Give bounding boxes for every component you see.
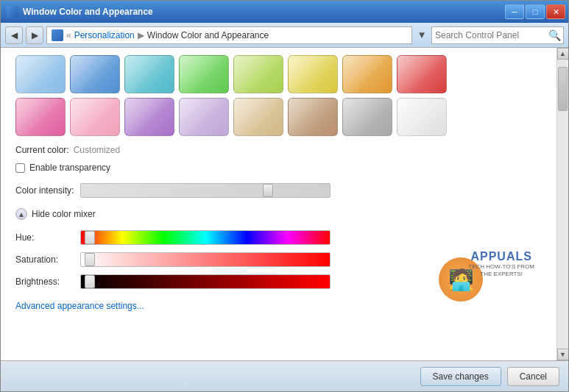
current-color-label: Current color: [15,145,69,155]
address-bar: ◀ ▶ « Personalization ▶ Window Color and… [1,23,568,48]
swatch-orange[interactable] [342,55,392,93]
brightness-slider-thumb[interactable] [85,275,95,288]
saturation-slider-track[interactable] [80,252,331,267]
color-swatch-grid [15,55,542,136]
swatch-teal[interactable] [124,55,174,93]
title-bar-controls: ─ □ ✕ [505,4,565,19]
transparency-row: Enable transparency [15,163,542,173]
transparency-checkbox[interactable] [15,163,25,173]
advanced-link[interactable]: Advanced appearance settings... [15,301,144,311]
swatch-pink[interactable] [15,98,66,136]
swatch-light-lavender[interactable] [179,98,229,136]
back-button[interactable]: ◀ [5,26,23,44]
swatch-gray[interactable] [342,98,392,136]
title-bar-left: Window Color and Appearance [7,6,153,18]
search-bar: 🔍 [431,26,564,44]
bottom-bar: Save changes Cancel [1,360,568,391]
swatch-red[interactable] [397,55,447,93]
main-window: Window Color and Appearance ─ □ ✕ ◀ ▶ « … [0,0,569,392]
breadcrumb-current: Window Color and Appearance [147,30,269,40]
title-bar: Window Color and Appearance ─ □ ✕ [1,1,568,23]
breadcrumb-icon [52,29,63,41]
scrollbar-up-button[interactable]: ▲ [557,48,569,60]
swatch-yellow-green[interactable] [233,55,283,93]
swatch-tan[interactable] [288,98,338,136]
breadcrumb-parent[interactable]: Personalization [74,30,135,40]
hue-slider-track[interactable] [80,230,331,245]
search-input[interactable] [435,30,545,40]
brightness-label: Brightness: [15,277,74,287]
appuals-tagline: TECH HOW-TO'S FROMTHE EXPERTS! [468,263,534,279]
swatch-sky-blue[interactable] [15,55,66,93]
current-color-value: Customized [74,145,120,155]
brightness-slider-track[interactable] [80,274,331,289]
scrollbar: ▲ ▼ [556,48,568,360]
swatch-white[interactable] [397,98,447,136]
saturation-slider-thumb[interactable] [85,253,95,266]
breadcrumb-arrow: ▶ [138,30,144,40]
minimize-button[interactable]: ─ [505,4,524,19]
swatch-beige[interactable] [233,98,283,136]
scrollbar-thumb[interactable] [558,67,568,111]
swatch-yellow[interactable] [288,55,338,93]
swatch-light-pink[interactable] [70,98,120,136]
hue-slider-thumb[interactable] [85,231,95,244]
cancel-button[interactable]: Cancel [507,367,559,386]
main-panel: Current color: Customized Enable transpa… [1,48,556,360]
search-icon[interactable]: 🔍 [548,29,561,41]
scrollbar-down-button[interactable]: ▼ [557,349,569,360]
title-bar-title: Window Color and Appearance [23,7,153,17]
window-icon [7,6,18,18]
scrollbar-thumb-area [557,60,568,349]
intensity-slider-row: Color intensity: [15,183,542,198]
swatch-lavender[interactable] [124,98,174,136]
maximize-button[interactable]: □ [526,4,545,19]
intensity-label: Color intensity: [15,185,74,196]
appuals-text-block: APPUALS TECH HOW-TO'S FROMTHE EXPERTS! [468,250,534,279]
forward-button[interactable]: ▶ [26,26,43,44]
swatch-blue[interactable] [70,55,120,93]
breadcrumb-separator: « [66,30,71,40]
appuals-brand-name: APPUALS [468,250,534,263]
saturation-label: Saturation: [15,254,74,265]
hue-slider-row: Hue: [15,230,542,245]
intensity-slider-track[interactable] [80,183,331,198]
appuals-watermark: 🧑‍💻 APPUALS TECH HOW-TO'S FROMTHE EXPERT… [439,250,534,309]
current-color-row: Current color: Customized [15,145,542,155]
content-area: Current color: Customized Enable transpa… [1,48,568,360]
save-button[interactable]: Save changes [420,367,501,386]
mixer-toggle-label: Hide color mixer [32,209,96,219]
swatch-green[interactable] [179,55,229,93]
breadcrumb-bar: « Personalization ▶ Window Color and App… [46,26,412,44]
collapse-icon: ▲ [15,208,27,220]
intensity-slider-thumb[interactable] [263,184,273,197]
close-button[interactable]: ✕ [546,4,565,19]
transparency-label: Enable transparency [29,163,110,173]
breadcrumb-dropdown-button[interactable]: ▼ [415,26,428,44]
color-mixer-toggle[interactable]: ▲ Hide color mixer [15,208,542,220]
hue-label: Hue: [15,232,74,243]
